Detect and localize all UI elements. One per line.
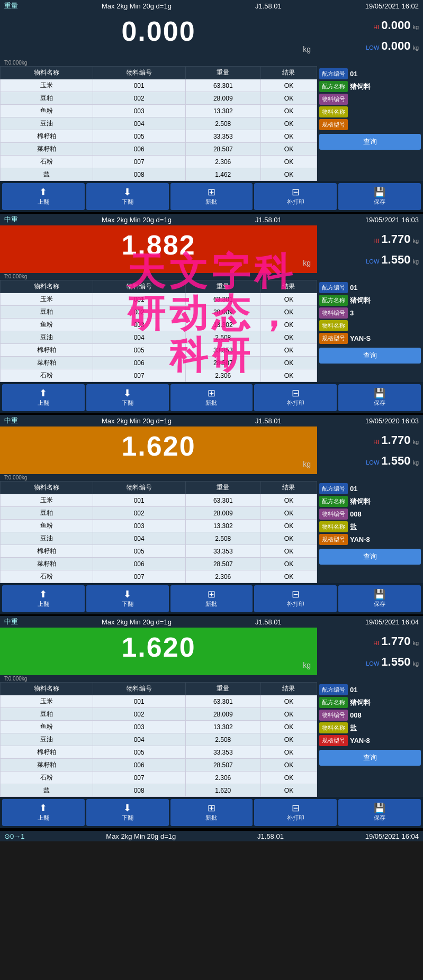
- info-value: 猪饲料: [350, 497, 371, 506]
- action-button-1[interactable]: ⬇下翻: [86, 585, 169, 612]
- tare-row: T:0.000kg: [0, 675, 423, 682]
- table-cell: 棉籽粕: [1, 130, 93, 143]
- hi-label: HI: [373, 238, 379, 244]
- table-cell: 1.462: [185, 168, 260, 181]
- query-button[interactable]: 查询: [319, 750, 421, 766]
- table-row: 石粉0072.306OK: [1, 156, 317, 168]
- low-value: 1.550: [381, 655, 410, 669]
- hi-label: HI: [373, 439, 379, 445]
- query-button[interactable]: 查询: [319, 134, 421, 150]
- table-row: 鱼粉00313.302OK: [1, 721, 317, 733]
- table-cell: 007: [93, 772, 185, 784]
- table-cell: OK: [260, 532, 317, 545]
- table-row: 豆粕00228.009OK: [1, 708, 317, 721]
- button-icon: ⬆: [39, 187, 47, 197]
- info-label: 配方名称: [319, 295, 348, 306]
- table-cell: OK: [260, 92, 317, 105]
- table-cell: 棉籽粕: [1, 746, 93, 759]
- table-cell: 007: [93, 369, 185, 382]
- table-cell: 003: [93, 721, 185, 733]
- table-cell: 2.306: [185, 772, 260, 784]
- action-button-3[interactable]: ⊟补打印: [254, 799, 337, 826]
- table-row: 菜籽粕00628.507OK: [1, 759, 317, 772]
- hi-label: HI: [373, 24, 379, 30]
- info-row: 配方编号01: [319, 684, 421, 695]
- table-cell: 003: [93, 105, 185, 117]
- table-cell: 005: [93, 130, 185, 143]
- table-cell: 001: [93, 293, 185, 306]
- table-cell: 005: [93, 344, 185, 357]
- query-button[interactable]: 查询: [319, 348, 421, 364]
- weight-main: 1.620 kg: [0, 427, 317, 474]
- action-button-4[interactable]: 💾保存: [338, 585, 421, 612]
- info-label: 物料编号: [319, 307, 348, 319]
- info-row: 物料编号008: [319, 509, 421, 520]
- table-row: 豆粕00228.009OK: [1, 507, 317, 520]
- table-row: 玉米00163.301OK: [1, 293, 317, 306]
- info-label: 物料名称: [319, 521, 348, 532]
- table-cell: 28.009: [185, 708, 260, 721]
- action-button-0[interactable]: ⬆上翻: [2, 384, 85, 411]
- button-icon: ⊟: [292, 589, 300, 599]
- info-row: 物料编号008: [319, 710, 421, 721]
- table-cell: 001: [93, 79, 185, 92]
- info-row: 配方编号01: [319, 68, 421, 79]
- info-value: 盐: [350, 723, 357, 733]
- action-button-2[interactable]: ⊞新批: [170, 384, 253, 411]
- table-cell: OK: [260, 130, 317, 143]
- button-icon: ⬆: [39, 803, 47, 813]
- table-header: 结果: [260, 482, 317, 494]
- table-cell: 2.508: [185, 733, 260, 746]
- action-button-3[interactable]: ⊟补打印: [254, 183, 337, 210]
- info-row: 规格型号YAN-8: [319, 534, 421, 545]
- table-cell: 33.353: [185, 545, 260, 558]
- table-cell: 菜籽粕: [1, 143, 93, 156]
- action-button-0[interactable]: ⬆上翻: [2, 585, 85, 612]
- info-row: 物料名称: [319, 320, 421, 331]
- action-button-4[interactable]: 💾保存: [338, 384, 421, 411]
- table-cell: 豆油: [1, 331, 93, 344]
- action-button-3[interactable]: ⊟补打印: [254, 384, 337, 411]
- action-button-0[interactable]: ⬆上翻: [2, 183, 85, 210]
- action-button-4[interactable]: 💾保存: [338, 799, 421, 826]
- table-cell: 2.508: [185, 331, 260, 344]
- table-row: 石粉0072.306OK: [1, 570, 317, 583]
- table-row: 豆油0042.508OK: [1, 733, 317, 746]
- action-button-2[interactable]: ⊞新批: [170, 183, 253, 210]
- table-cell: OK: [260, 319, 317, 331]
- info-value: 01: [350, 485, 357, 493]
- action-button-1[interactable]: ⬇下翻: [86, 799, 169, 826]
- button-icon: ⬆: [39, 589, 47, 599]
- button-icon: ⊟: [292, 803, 300, 813]
- table-cell: 004: [93, 733, 185, 746]
- table-cell: 豆油: [1, 117, 93, 130]
- top-bar-left: 中重: [4, 617, 18, 627]
- hi-value: 1.770: [381, 232, 410, 246]
- action-button-1[interactable]: ⬇下翻: [86, 384, 169, 411]
- action-button-3[interactable]: ⊟补打印: [254, 585, 337, 612]
- hi-unit: kg: [412, 24, 419, 30]
- table-cell: 玉米: [1, 293, 93, 306]
- weight-area: 0.000 kg HI 0.000 kg LOW 0.000 kg: [0, 12, 423, 59]
- action-button-2[interactable]: ⊞新批: [170, 799, 253, 826]
- table-left: 物料名称物料编号重量结果玉米00163.301OK豆粕00228.009OK鱼粉…: [0, 280, 317, 382]
- low-value: 0.000: [381, 39, 410, 53]
- table-cell: 豆油: [1, 532, 93, 545]
- table-cell: OK: [260, 344, 317, 357]
- table-header: 重量: [185, 683, 260, 695]
- top-bar-datetime: 19/05/2020 16:03: [365, 417, 419, 425]
- bottom-bar-left: ⊙0→1: [4, 832, 24, 840]
- bottom-bar-datetime: 19/05/2021 16:04: [365, 832, 419, 840]
- top-bar-left: 重量: [4, 1, 18, 11]
- table-cell: 63.301: [185, 695, 260, 708]
- info-label: 物料名称: [319, 722, 348, 733]
- action-button-2[interactable]: ⊞新批: [170, 585, 253, 612]
- table-cell: 豆粕: [1, 708, 93, 721]
- action-button-1[interactable]: ⬇下翻: [86, 183, 169, 210]
- table-section: 物料名称物料编号重量结果玉米00163.301OK豆粕00228.009OK鱼粉…: [0, 481, 423, 583]
- action-button-0[interactable]: ⬆上翻: [2, 799, 85, 826]
- query-button[interactable]: 查询: [319, 549, 421, 565]
- action-button-4[interactable]: 💾保存: [338, 183, 421, 210]
- button-label: 补打印: [287, 814, 304, 822]
- hi-label: HI: [373, 640, 379, 646]
